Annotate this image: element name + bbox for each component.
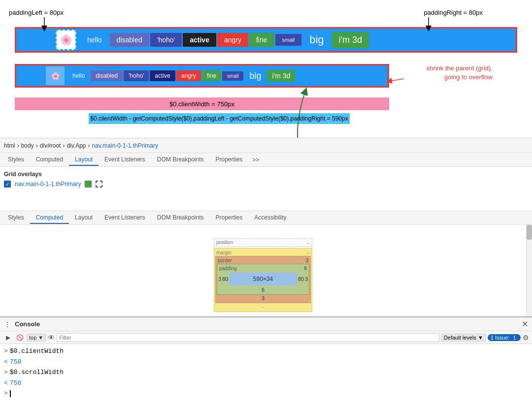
layout-panel: Grid overlays ✓ nav.main-0-1-1.thPrimary (0, 167, 532, 211)
tab-layout-lower[interactable]: Layout (69, 212, 99, 224)
tab-computed-lower[interactable]: Computed (30, 212, 69, 224)
bm-border-label: border (218, 258, 232, 263)
console-output-1: 750 (10, 357, 21, 367)
breadcrumb-nav[interactable]: nav.main-0-1-1.thPrimary (92, 142, 158, 149)
bm-bottom-margin: – (215, 303, 311, 311)
console-prompt-5: > (4, 389, 8, 399)
nav-item-fine[interactable]: fine (249, 33, 274, 47)
padding-right-label: paddingRight = 80px (424, 9, 483, 16)
console-drag-icon: ⋮ (4, 320, 11, 328)
breadcrumb-divroot[interactable]: div#root (40, 142, 61, 149)
grid-overlay-row: ✓ nav.main-0-1-1.thPrimary (4, 181, 528, 187)
nav-item-small-small[interactable]: small (222, 71, 243, 81)
bm-top-border: 3 (305, 258, 308, 263)
measure-bar-computed-width: $0.clientWidth - getComputedStyle($0).pa… (89, 113, 350, 124)
console-close-button[interactable]: ✕ (522, 319, 528, 329)
bm-position-value: – (307, 240, 310, 246)
console-settings-icon[interactable]: ⚙ (523, 334, 529, 342)
svg-line-2 (389, 79, 404, 81)
bm-margin-label: margin (216, 250, 232, 255)
issue-badge[interactable]: 1 Issue: 1 (488, 334, 521, 341)
nav-item-small-disabled[interactable]: disabled (91, 70, 123, 81)
nav-item-small-hello[interactable]: hello (67, 70, 90, 81)
console-context-select[interactable]: top ▼ (27, 334, 46, 342)
tab-properties-upper[interactable]: Properties (210, 154, 249, 166)
tab-more-upper[interactable]: >> (248, 155, 263, 165)
grid-overlay-checkbox[interactable]: ✓ (4, 181, 11, 187)
console-levels-select[interactable]: Default levels ▼ (441, 334, 486, 342)
nav-bar-shrunk: 🌸 hello disabled 'hoho' active angry fin… (15, 64, 389, 88)
console-cursor (10, 390, 11, 397)
bm-bottom-padding: 6 (218, 286, 308, 293)
bm-right-padding: 80 (298, 276, 304, 282)
nav-items-shrunk: hello disabled 'hoho' active angry fine … (67, 69, 295, 83)
console-output-2: 750 (10, 378, 21, 388)
nav-item-small-fine[interactable]: fine (202, 70, 221, 81)
tab-properties-lower[interactable]: Properties (210, 212, 249, 224)
nav-item-small-active[interactable]: active (150, 70, 175, 81)
console-title: Console (15, 320, 40, 328)
tab-styles-lower[interactable]: Styles (2, 212, 30, 224)
nav-item-disabled[interactable]: disabled (110, 33, 149, 47)
console-clear-btn[interactable]: 🚫 (15, 333, 25, 343)
nav-item-active[interactable]: active (183, 33, 216, 47)
console-execute-btn[interactable]: ▶ (3, 333, 13, 343)
tabs-bar-upper: Styles Computed Layout Event Listeners D… (0, 153, 532, 167)
tab-styles-upper[interactable]: Styles (2, 154, 30, 166)
bm-left-border: 3 (218, 276, 221, 282)
nav-bar-primary: 🌸 hello disabled 'hoho' active angry fin… (15, 27, 517, 53)
console-prompt-3: > (4, 368, 8, 377)
console-line-2: < 750 (4, 357, 528, 368)
bm-position-label: position (216, 240, 233, 246)
grid-overlays-title: Grid overlays (4, 171, 528, 178)
tab-computed-upper[interactable]: Computed (30, 154, 69, 166)
nav-item-big[interactable]: big (302, 31, 331, 49)
breadcrumb-body[interactable]: body (21, 142, 34, 149)
console-prompt-1: > (4, 346, 8, 356)
console-toolbar: ▶ 🚫 top ▼ 👁 Default levels ▼ 1 Issue: 1 … (0, 331, 532, 344)
console-line-5[interactable]: > (4, 388, 528, 399)
tab-accessibility-lower[interactable]: Accessibility (248, 212, 292, 224)
bm-content-size: 590×34 (229, 273, 297, 285)
nav-item-angry[interactable]: angry (217, 33, 248, 47)
breadcrumb-divapp[interactable]: div.App (66, 142, 86, 149)
grid-color-green (85, 181, 92, 187)
tab-event-listeners-lower[interactable]: Event Listeners (99, 212, 151, 224)
bm-right-border: 3 (305, 276, 308, 282)
bm-left-padding: 80 (222, 276, 228, 282)
grid-overlay-name[interactable]: nav.main-0-1-1.thPrimary (15, 181, 81, 187)
nav-item-hello[interactable]: hello (80, 33, 109, 47)
nav-item-im3d[interactable]: i'm 3d (332, 32, 369, 48)
nav-logo: 🌸 (56, 30, 76, 50)
bm-top-padding: 6 (304, 266, 307, 271)
breadcrumb-bar: html › body › div#root › div.App › nav.m… (0, 138, 532, 153)
breadcrumb-html[interactable]: html (4, 142, 15, 149)
console-eye-icon[interactable]: 👁 (48, 334, 55, 342)
console-line-1: > $0.clientWidth (4, 346, 528, 357)
nav-item-hoho[interactable]: 'hoho' (150, 33, 182, 47)
issue-count-badge: 1 (511, 335, 518, 341)
console-input-2: $0.scrollWidth (10, 368, 64, 377)
grid-color-pattern (96, 181, 102, 187)
computed-scroll-thumb[interactable] (527, 225, 532, 240)
nav-item-small-im3d[interactable]: i'm 3d (267, 70, 295, 82)
bm-padding-label: padding (219, 266, 237, 271)
bm-margin-value: – (307, 250, 310, 255)
console-line-4: < 750 (4, 378, 528, 389)
console-body: > $0.clientWidth < 750 > $0.scrollWidth … (0, 344, 532, 401)
nav-item-small-hoho[interactable]: 'hoho' (124, 70, 149, 81)
tab-dom-breakpoints-upper[interactable]: DOM Breakpoints (151, 154, 210, 166)
tab-event-listeners-upper[interactable]: Event Listeners (99, 154, 151, 166)
console-prompt-2: < (4, 357, 8, 367)
nav-item-small-angry[interactable]: angry (176, 70, 201, 81)
nav-item-small-big[interactable]: big (244, 69, 266, 83)
tab-layout-upper[interactable]: Layout (69, 154, 99, 166)
nav-item-small[interactable]: small (275, 34, 302, 46)
console-prompt-4: < (4, 378, 8, 388)
bm-bottom-border: 3 (217, 295, 309, 302)
console-filter-input[interactable] (57, 333, 439, 342)
box-model-diagram: position – margin – border 3 (214, 238, 312, 320)
measure-bar-client-width: $0.clientWidth = 750px (15, 97, 389, 110)
console-top-label: top (29, 335, 36, 341)
tab-dom-breakpoints-lower[interactable]: DOM Breakpoints (151, 212, 210, 224)
